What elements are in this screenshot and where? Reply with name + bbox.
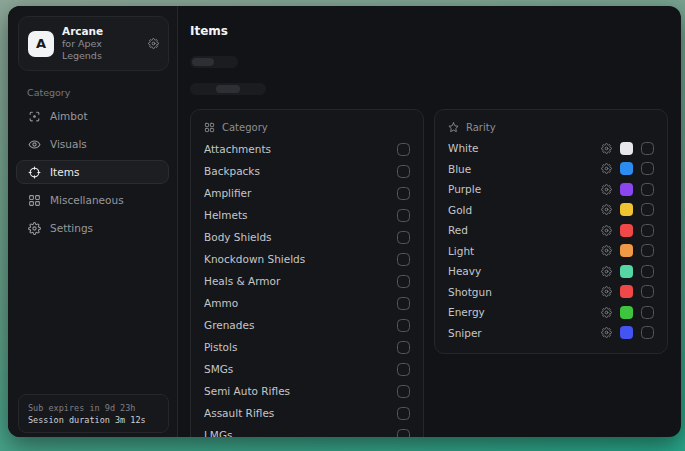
sidebar-item-aimbot[interactable]: Aimbot: [16, 104, 169, 128]
category-row-label: Body Shields: [204, 231, 397, 243]
checkbox[interactable]: [641, 224, 654, 237]
checkbox[interactable]: [641, 306, 654, 319]
category-row-label: Pistols: [204, 341, 397, 353]
mode-toggle: [190, 56, 238, 68]
gear-icon[interactable]: [601, 245, 612, 256]
sidebar-item-visuals[interactable]: Visuals: [16, 132, 169, 156]
color-swatch[interactable]: [620, 162, 633, 175]
gear-icon[interactable]: [601, 327, 612, 338]
rarity-row: Red: [448, 220, 654, 241]
rarity-panel-title: Rarity: [466, 122, 496, 133]
category-row-label: Ammo: [204, 297, 397, 309]
category-row: Body Shields: [204, 226, 410, 248]
rarity-row: Energy: [448, 302, 654, 323]
checkbox[interactable]: [397, 341, 410, 354]
category-panel-title: Category: [222, 122, 268, 133]
mode-toggle-esp[interactable]: [192, 58, 214, 66]
focus-icon: [28, 110, 41, 123]
color-swatch[interactable]: [620, 203, 633, 216]
gear-icon[interactable]: [601, 204, 612, 215]
category-row-label: SMGs: [204, 363, 397, 375]
color-swatch[interactable]: [620, 326, 633, 339]
category-row-label: Knockdown Shields: [204, 253, 397, 265]
color-swatch[interactable]: [620, 285, 633, 298]
rarity-row-label: Red: [448, 224, 601, 236]
sidebar-nav: Aimbot Visuals Items Miscellaneous Setti…: [8, 104, 177, 240]
checkbox[interactable]: [397, 253, 410, 266]
category-row-label: Heals & Armor: [204, 275, 397, 287]
rarity-row: Heavy: [448, 261, 654, 282]
checkbox[interactable]: [397, 165, 410, 178]
color-swatch[interactable]: [620, 306, 633, 319]
checkbox[interactable]: [641, 142, 654, 155]
gear-icon[interactable]: [601, 143, 612, 154]
checkbox[interactable]: [397, 187, 410, 200]
category-panel: Category Attachments Backpacks Amplifier…: [190, 109, 424, 437]
checkbox[interactable]: [397, 275, 410, 288]
app-name: Arcane: [62, 25, 140, 38]
category-row-label: Helmets: [204, 209, 397, 221]
checkbox[interactable]: [397, 231, 410, 244]
gear-icon[interactable]: [601, 184, 612, 195]
checkbox[interactable]: [397, 297, 410, 310]
checkbox[interactable]: [397, 143, 410, 156]
category-row: Semi Auto Rifles: [204, 380, 410, 402]
color-swatch[interactable]: [620, 224, 633, 237]
category-row-label: Assault Rifles: [204, 407, 397, 419]
checkbox[interactable]: [641, 244, 654, 257]
checkbox[interactable]: [397, 319, 410, 332]
eye-icon: [28, 138, 41, 151]
tab-category[interactable]: [216, 85, 240, 93]
color-swatch[interactable]: [620, 183, 633, 196]
color-swatch[interactable]: [620, 142, 633, 155]
checkbox[interactable]: [397, 209, 410, 222]
sidebar-item-items[interactable]: Items: [16, 160, 169, 184]
app-window: A Arcane for Apex Legends Category Aimbo…: [8, 6, 681, 437]
color-swatch[interactable]: [620, 244, 633, 257]
gear-icon[interactable]: [601, 286, 612, 297]
rarity-row-label: White: [448, 142, 601, 154]
category-row: LMGs: [204, 424, 410, 437]
gear-icon[interactable]: [148, 38, 159, 49]
gear-icon[interactable]: [601, 266, 612, 277]
sidebar-item-settings[interactable]: Settings: [16, 216, 169, 240]
sidebar-item-label: Aimbot: [50, 110, 88, 122]
checkbox[interactable]: [641, 265, 654, 278]
category-row: Pistols: [204, 336, 410, 358]
category-row: Backpacks: [204, 160, 410, 182]
rarity-row-label: Purple: [448, 183, 601, 195]
checkbox[interactable]: [397, 407, 410, 420]
tab-general[interactable]: [192, 85, 216, 93]
checkbox[interactable]: [641, 162, 654, 175]
checkbox[interactable]: [641, 285, 654, 298]
gear-icon: [28, 222, 41, 235]
checkbox[interactable]: [641, 326, 654, 339]
brand-card: A Arcane for Apex Legends: [18, 16, 169, 71]
checkbox[interactable]: [397, 429, 410, 438]
mode-toggle-highlight[interactable]: [214, 58, 236, 66]
rarity-row: Shotgun: [448, 282, 654, 303]
sidebar-section-label: Category: [27, 87, 177, 98]
rarity-row-label: Light: [448, 245, 601, 257]
checkbox[interactable]: [397, 385, 410, 398]
page-title: Items: [190, 24, 668, 38]
category-row-label: Grenades: [204, 319, 397, 331]
rarity-row-label: Blue: [448, 163, 601, 175]
tab-list[interactable]: [240, 85, 264, 93]
checkbox[interactable]: [397, 363, 410, 376]
category-row-label: Backpacks: [204, 165, 397, 177]
color-swatch[interactable]: [620, 265, 633, 278]
category-row-label: LMGs: [204, 429, 397, 437]
gear-icon[interactable]: [601, 163, 612, 174]
gear-icon[interactable]: [601, 225, 612, 236]
checkbox[interactable]: [641, 183, 654, 196]
sidebar-item-miscellaneous[interactable]: Miscellaneous: [16, 188, 169, 212]
checkbox[interactable]: [641, 203, 654, 216]
grid-icon: [204, 122, 215, 133]
rarity-row: Sniper: [448, 323, 654, 344]
main-content: Items Category Attachments Backpacks Amp…: [178, 6, 681, 437]
gear-icon[interactable]: [601, 307, 612, 318]
rarity-row-label: Energy: [448, 306, 601, 318]
star-icon: [448, 122, 459, 133]
panels: Category Attachments Backpacks Amplifier…: [190, 109, 668, 437]
